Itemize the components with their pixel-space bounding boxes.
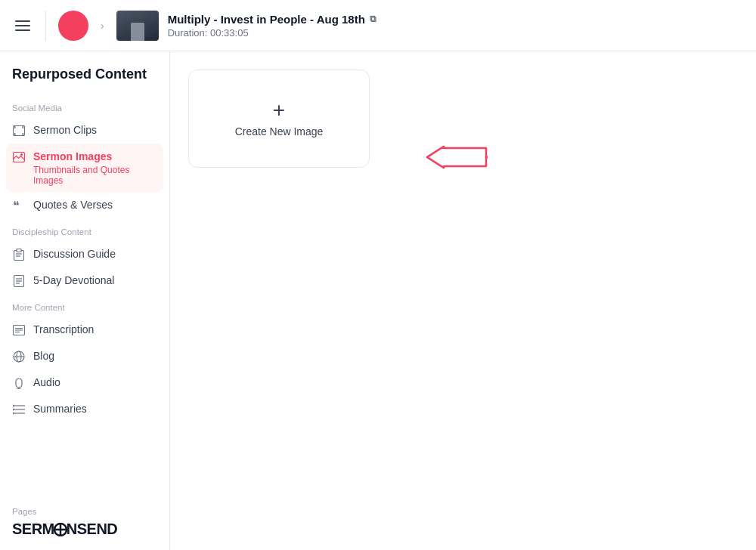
sidebar-item-audio[interactable]: Audio xyxy=(0,369,169,396)
image-icon xyxy=(12,150,26,164)
audio-icon xyxy=(12,376,26,390)
sidebar-item-blog[interactable]: Blog xyxy=(0,343,169,369)
discussion-guide-label: Discussion Guide xyxy=(33,247,116,261)
plus-icon: + xyxy=(273,100,285,121)
header-divider xyxy=(45,11,46,41)
sidebar-item-quotes-verses[interactable]: ❝ Quotes & Verses xyxy=(0,192,169,218)
hamburger-line-2 xyxy=(15,25,30,26)
svg-rect-1 xyxy=(14,126,16,129)
sidebar-section-social-media: Social Media xyxy=(0,94,169,117)
blog-label: Blog xyxy=(33,349,54,363)
video-thumbnail xyxy=(116,11,159,41)
sermon-clips-text: Sermon Clips xyxy=(33,123,97,137)
svg-point-6 xyxy=(20,153,23,156)
summaries-label: Summaries xyxy=(33,402,87,416)
sidebar-item-summaries[interactable]: Summaries xyxy=(0,396,169,422)
create-new-image-card[interactable]: + Create New Image xyxy=(188,70,370,168)
discussion-guide-text: Discussion Guide xyxy=(33,247,116,261)
pages-label: Pages xyxy=(12,507,157,516)
arrow-annotation xyxy=(404,134,495,183)
svg-point-28 xyxy=(13,405,14,407)
video-info: Multiply - Invest in People - Aug 18th ⧉… xyxy=(168,13,376,39)
sermonsend-text: SERM xyxy=(12,521,54,538)
video-title-text: Multiply - Invest in People - Aug 18th xyxy=(168,13,365,26)
transcription-icon xyxy=(12,323,26,337)
svg-point-30 xyxy=(13,412,14,415)
film-icon xyxy=(12,124,26,138)
sermon-images-text: Sermon Images Thumbnails and Quotes Imag… xyxy=(33,150,157,186)
sidebar-item-discussion-guide[interactable]: Discussion Guide xyxy=(0,241,169,267)
quotes-verses-text: Quotes & Verses xyxy=(33,198,113,212)
audio-label: Audio xyxy=(33,375,60,389)
logo-icon xyxy=(54,523,67,536)
svg-rect-4 xyxy=(23,133,24,136)
svg-point-29 xyxy=(13,409,14,411)
sidebar: Repurposed Content Social Media Sermon C… xyxy=(0,51,170,550)
video-title: Multiply - Invest in People - Aug 18th ⧉ xyxy=(168,13,376,26)
clipboard-icon xyxy=(12,248,26,261)
sermonsend-logo: SERM NSEND xyxy=(12,521,157,538)
sidebar-item-devotional[interactable]: 5-Day Devotional xyxy=(0,267,169,294)
content-area: + Create New Image xyxy=(170,51,756,550)
breadcrumb-chevron-icon: › xyxy=(101,20,104,32)
devotional-label: 5-Day Devotional xyxy=(33,273,114,287)
sidebar-item-sermon-images[interactable]: Sermon Images Thumbnails and Quotes Imag… xyxy=(6,144,163,192)
brand-logo-circle xyxy=(58,11,88,41)
transcription-label: Transcription xyxy=(33,323,94,336)
hamburger-line-1 xyxy=(15,20,30,22)
external-link-icon[interactable]: ⧉ xyxy=(370,14,376,24)
svg-text:❝: ❝ xyxy=(13,200,20,211)
create-card-label: Create New Image xyxy=(235,125,324,138)
sermonsend-text-2: NSEND xyxy=(67,521,118,538)
hamburger-line-3 xyxy=(15,29,30,31)
audio-text: Audio xyxy=(33,375,60,389)
quote-icon: ❝ xyxy=(12,199,26,212)
sidebar-section-discipleship: Discipleship Content xyxy=(0,218,169,241)
sidebar-item-sermon-clips[interactable]: Sermon Clips xyxy=(0,117,169,144)
main-layout: Repurposed Content Social Media Sermon C… xyxy=(0,51,756,550)
hamburger-button[interactable] xyxy=(12,17,33,34)
devotional-icon xyxy=(12,274,26,288)
transcription-text: Transcription xyxy=(33,323,94,336)
sidebar-heading: Repurposed Content xyxy=(0,66,169,94)
app-header: › Multiply - Invest in People - Aug 18th… xyxy=(0,0,756,51)
thumbnail-image xyxy=(116,11,159,41)
blog-text: Blog xyxy=(33,349,54,363)
summaries-text: Summaries xyxy=(33,402,87,416)
svg-rect-2 xyxy=(23,126,24,129)
duration-label: Duration: xyxy=(168,27,208,39)
devotional-text: 5-Day Devotional xyxy=(33,273,114,287)
blog-icon xyxy=(12,350,26,363)
summaries-icon xyxy=(12,403,26,416)
quotes-verses-label: Quotes & Verses xyxy=(33,198,113,212)
video-duration: Duration: 00:33:05 xyxy=(168,27,376,39)
sidebar-section-more-content: More Content xyxy=(0,294,169,317)
svg-rect-9 xyxy=(17,249,21,252)
sermon-images-sublabel: Thumbnails and Quotes Images xyxy=(33,165,157,186)
duration-value: 00:33:05 xyxy=(210,27,249,39)
sidebar-footer: Pages SERM NSEND xyxy=(0,495,169,538)
sidebar-item-transcription[interactable]: Transcription xyxy=(0,317,169,343)
sermon-images-label: Sermon Images xyxy=(33,150,157,163)
svg-rect-3 xyxy=(14,133,16,136)
sermon-clips-label: Sermon Clips xyxy=(33,123,97,137)
